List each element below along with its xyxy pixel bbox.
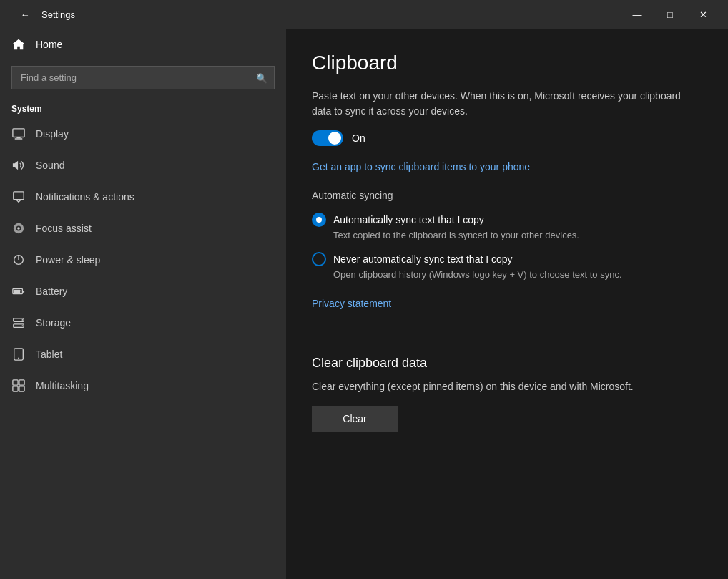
sidebar-item-multitasking[interactable]: Multitasking (0, 370, 286, 402)
sidebar-item-sound[interactable]: Sound (0, 150, 286, 181)
titlebar: ← Settings — □ ✕ (0, 0, 728, 29)
battery-label: Battery (36, 286, 67, 297)
notifications-label: Notifications & actions (36, 191, 134, 203)
svg-rect-0 (13, 129, 24, 137)
app-title: Settings (41, 9, 621, 20)
sidebar-home-label: Home (36, 39, 62, 50)
display-icon (11, 127, 26, 141)
close-button[interactable]: ✕ (687, 0, 719, 29)
sidebar-item-home[interactable]: Home (0, 29, 286, 60)
focus-icon (11, 221, 26, 235)
sync-phone-link[interactable]: Get an app to sync clipboard items to yo… (312, 161, 530, 172)
page-title: Clipboard (312, 52, 702, 74)
privacy-link[interactable]: Privacy statement (312, 298, 391, 309)
storage-label: Storage (36, 317, 71, 329)
sidebar: Home 🔍 System Display Sound Notific (0, 29, 286, 579)
radio-never-sync-desc: Open clipboard history (Windows logo key… (333, 269, 702, 280)
window-controls: — □ ✕ (621, 0, 719, 29)
multitasking-label: Multitasking (36, 380, 89, 391)
sync-toggle[interactable] (312, 130, 343, 146)
maximize-button[interactable]: □ (654, 0, 687, 29)
svg-point-12 (22, 319, 24, 321)
back-button[interactable]: ← (9, 0, 41, 29)
radio-auto-sync-label: Automatically sync text that I copy (333, 214, 484, 225)
sound-label: Sound (36, 160, 64, 171)
sync-options: Automatically sync text that I copy Text… (312, 213, 702, 280)
storage-icon (11, 316, 26, 330)
svg-point-13 (22, 325, 24, 326)
sidebar-item-tablet[interactable]: Tablet (0, 339, 286, 370)
svg-rect-1 (16, 137, 20, 139)
power-icon (11, 253, 26, 267)
sound-icon (11, 158, 26, 172)
svg-rect-19 (19, 386, 24, 391)
display-label: Display (36, 128, 69, 140)
sync-description: Paste text on your other devices. When t… (312, 89, 702, 119)
toggle-state-label: On (352, 132, 365, 144)
svg-rect-16 (13, 380, 18, 385)
battery-icon (11, 284, 26, 298)
tablet-label: Tablet (36, 349, 62, 360)
tablet-icon (11, 347, 26, 361)
radio-never-sync-label: Never automatically sync text that I cop… (333, 253, 513, 265)
svg-rect-17 (19, 380, 24, 385)
notifications-icon (11, 190, 26, 204)
multitasking-icon (11, 379, 26, 393)
radio-never-sync-row[interactable]: Never automatically sync text that I cop… (312, 252, 702, 266)
focus-label: Focus assist (36, 223, 92, 234)
svg-point-15 (18, 358, 19, 359)
radio-auto-sync: Automatically sync text that I copy Text… (312, 213, 702, 240)
toggle-knob (328, 132, 341, 145)
svg-rect-2 (15, 138, 23, 139)
svg-rect-3 (14, 192, 24, 200)
svg-rect-8 (22, 291, 24, 293)
radio-never-sync-circle (312, 252, 326, 266)
sidebar-item-notifications[interactable]: Notifications & actions (0, 181, 286, 213)
content-area: Clipboard Paste text on your other devic… (286, 29, 728, 579)
main-layout: Home 🔍 System Display Sound Notific (0, 29, 728, 579)
sidebar-item-power[interactable]: Power & sleep (0, 244, 286, 276)
sync-toggle-row: On (312, 130, 702, 146)
radio-auto-sync-desc: Text copied to the clipboard is synced t… (333, 230, 702, 240)
radio-auto-sync-circle (312, 213, 326, 227)
svg-point-4 (17, 227, 20, 230)
clear-section-title: Clear clipboard data (312, 356, 702, 371)
radio-auto-sync-row[interactable]: Automatically sync text that I copy (312, 213, 702, 227)
clear-description: Clear everything (except pinned items) o… (312, 379, 702, 394)
clear-button[interactable]: Clear (312, 406, 398, 432)
radio-never-sync: Never automatically sync text that I cop… (312, 252, 702, 280)
sidebar-section-label: System (0, 98, 286, 118)
power-label: Power & sleep (36, 254, 100, 266)
sidebar-item-storage[interactable]: Storage (0, 307, 286, 339)
svg-rect-9 (14, 290, 20, 293)
search-input[interactable] (11, 66, 275, 89)
sidebar-item-focus[interactable]: Focus assist (0, 213, 286, 244)
sidebar-search: 🔍 (11, 66, 275, 89)
search-icon: 🔍 (256, 72, 267, 83)
minimize-button[interactable]: — (621, 0, 654, 29)
sidebar-item-battery[interactable]: Battery (0, 276, 286, 307)
auto-sync-subtitle: Automatic syncing (312, 190, 702, 201)
sidebar-item-display[interactable]: Display (0, 118, 286, 150)
section-divider (312, 341, 702, 341)
svg-rect-18 (13, 386, 18, 391)
home-icon (11, 37, 26, 52)
